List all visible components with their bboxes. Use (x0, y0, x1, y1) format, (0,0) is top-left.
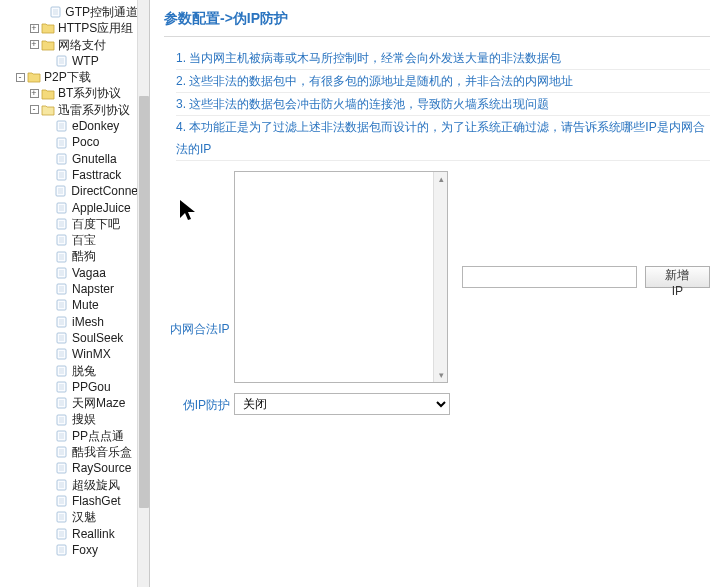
tree-node-label: 天网Maze (72, 395, 125, 411)
tree-node[interactable]: eDonkey (0, 118, 138, 134)
info-bullet: 1. 当内网主机被病毒或木马所控制时，经常会向外发送大量的非法数据包 (176, 47, 710, 70)
tree-node-label: PP点点通 (72, 428, 124, 444)
file-icon (54, 413, 70, 427)
tree-node-label: eDonkey (72, 118, 119, 134)
file-icon (54, 250, 70, 264)
tree-node-label: RaySource (72, 460, 131, 476)
tree-node[interactable]: Mute (0, 297, 138, 313)
file-icon (54, 494, 70, 508)
tree-node[interactable]: +BT系列协议 (0, 85, 138, 101)
tree-node-label: 汉魅 (72, 509, 96, 525)
scroll-down-arrow-icon[interactable]: ▾ (434, 368, 448, 382)
info-bullet: 3. 这些非法的数据包会冲击防火墙的连接池，导致防火墙系统出现问题 (176, 93, 710, 116)
tree-node[interactable]: 百宝 (0, 232, 138, 248)
file-icon (54, 510, 70, 524)
tree-node[interactable]: SoulSeek (0, 330, 138, 346)
tree-node-label: 超级旋风 (72, 477, 120, 493)
file-icon (54, 429, 70, 443)
tree-node[interactable]: DirectConne (0, 183, 138, 199)
tree-node[interactable]: Gnutella (0, 151, 138, 167)
tree-node-label: iMesh (72, 314, 104, 330)
tree-node[interactable]: Foxy (0, 542, 138, 558)
expand-icon[interactable]: + (28, 89, 40, 98)
tree-node-label: SoulSeek (72, 330, 123, 346)
sidebar: GTP控制通道+HTTPS应用组+网络支付WTP-P2P下载+BT系列协议-迅雷… (0, 0, 150, 587)
tree-node[interactable]: 百度下吧 (0, 216, 138, 232)
legal-ip-listbox[interactable]: ▴ ▾ (234, 171, 449, 383)
page-title: 参数配置->伪IP防护 (164, 8, 710, 37)
tree-node[interactable]: 天网Maze (0, 395, 138, 411)
tree-node[interactable]: iMesh (0, 314, 138, 330)
tree-node-label: GTP控制通道 (65, 4, 138, 20)
tree-node-label: Mute (72, 297, 99, 313)
tree-node[interactable]: WTP (0, 53, 138, 69)
tree-node-label: DirectConne (71, 183, 138, 199)
tree-node[interactable]: +HTTPS应用组 (0, 20, 138, 36)
file-icon (54, 201, 70, 215)
tree-node[interactable]: -P2P下载 (0, 69, 138, 85)
listbox-scrollbar[interactable]: ▴ ▾ (433, 172, 447, 382)
tree-node[interactable]: +网络支付 (0, 37, 138, 53)
tree-node[interactable]: AppleJuice (0, 200, 138, 216)
tree-node-label: BT系列协议 (58, 85, 121, 101)
file-icon (54, 298, 70, 312)
file-icon (54, 461, 70, 475)
tree-node[interactable]: GTP控制通道 (0, 4, 138, 20)
scroll-up-arrow-icon[interactable]: ▴ (434, 172, 448, 186)
file-icon (54, 136, 70, 150)
folder-icon (40, 21, 56, 35)
tree-node-label: WinMX (72, 346, 111, 362)
fake-ip-protect-label: 伪IP防护 (164, 395, 230, 414)
file-icon (54, 266, 70, 280)
tree-node-label: FlashGet (72, 493, 121, 509)
collapse-icon[interactable]: - (28, 105, 40, 114)
tree-node[interactable]: -迅雷系列协议 (0, 102, 138, 118)
tree-node-label: Gnutella (72, 151, 117, 167)
file-icon (54, 364, 70, 378)
tree-node[interactable]: WinMX (0, 346, 138, 362)
tree-node[interactable]: 脱兔 (0, 363, 138, 379)
info-bullet-list: 1. 当内网主机被病毒或木马所控制时，经常会向外发送大量的非法数据包 2. 这些… (164, 37, 710, 165)
tree-node[interactable]: Napster (0, 281, 138, 297)
tree-node[interactable]: PPGou (0, 379, 138, 395)
tree-node[interactable]: RaySource (0, 460, 138, 476)
file-icon (54, 168, 70, 182)
collapse-icon[interactable]: - (14, 73, 26, 82)
file-icon (54, 331, 70, 345)
expand-icon[interactable]: + (28, 24, 40, 33)
file-icon (54, 380, 70, 394)
tree-view[interactable]: GTP控制通道+HTTPS应用组+网络支付WTP-P2P下载+BT系列协议-迅雷… (0, 0, 138, 587)
folder-icon (40, 87, 56, 101)
tree-node[interactable]: 酷狗 (0, 248, 138, 264)
tree-node[interactable]: 超级旋风 (0, 477, 138, 493)
tree-node[interactable]: Reallink (0, 526, 138, 542)
file-icon (54, 543, 70, 557)
expand-icon[interactable]: + (28, 40, 40, 49)
info-bullet: 2. 这些非法的数据包中，有很多包的源地址是随机的，并非合法的内网地址 (176, 70, 710, 93)
ip-input[interactable] (462, 266, 637, 288)
sidebar-scroll-thumb[interactable] (139, 96, 149, 508)
tree-node[interactable]: 搜娱 (0, 411, 138, 427)
tree-node-label: AppleJuice (72, 200, 131, 216)
tree-node[interactable]: Poco (0, 134, 138, 150)
folder-icon (26, 70, 42, 84)
tree-node-label: WTP (72, 53, 99, 69)
file-icon (54, 527, 70, 541)
sidebar-scrollbar[interactable] (137, 0, 149, 587)
file-icon (54, 445, 70, 459)
tree-node[interactable]: 汉魅 (0, 509, 138, 525)
legal-ip-label: 内网合法IP (164, 217, 230, 338)
tree-node-label: P2P下载 (44, 69, 91, 85)
tree-node[interactable]: FlashGet (0, 493, 138, 509)
tree-node-label: 搜娱 (72, 411, 96, 427)
tree-node[interactable]: PP点点通 (0, 428, 138, 444)
tree-node[interactable]: 酷我音乐盒 (0, 444, 138, 460)
file-icon (54, 315, 70, 329)
file-icon (54, 233, 70, 247)
tree-node-label: Poco (72, 134, 99, 150)
fake-ip-protect-select[interactable]: 关闭 (234, 393, 450, 415)
tree-node[interactable]: Fasttrack (0, 167, 138, 183)
tree-node[interactable]: Vagaa (0, 265, 138, 281)
file-icon (54, 119, 70, 133)
add-ip-button[interactable]: 新增IP (645, 266, 710, 288)
